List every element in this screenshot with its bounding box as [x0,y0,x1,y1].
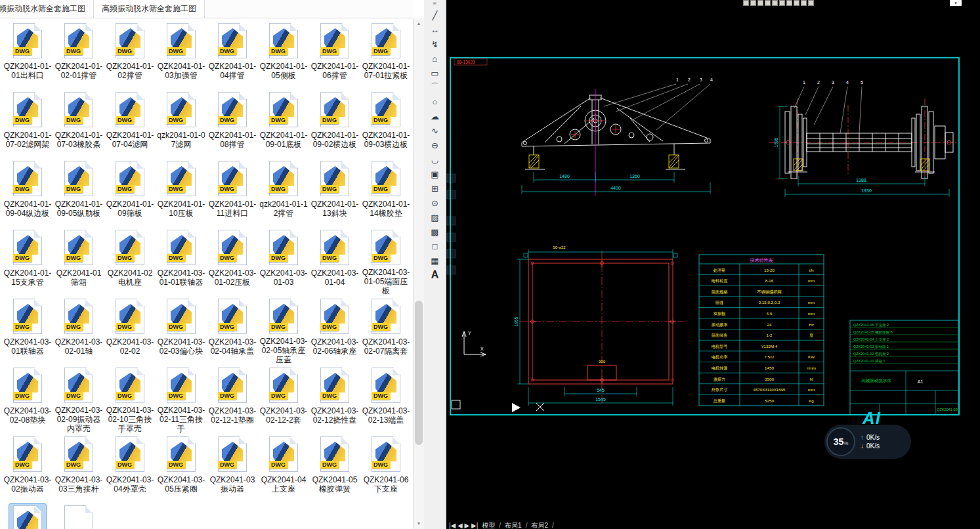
tool-create-block[interactable]: ⊞ [426,181,444,196]
tool-ellipse-arc[interactable]: ◡ [426,152,444,167]
tool-revcloud[interactable]: ☁ [426,109,444,123]
file-item[interactable]: DWG QZK2041-01-09筛板 [104,158,156,226]
file-item[interactable]: DWG QZK2041-03-01-02压板 [207,226,258,295]
mini-toolbar-button[interactable] [765,0,771,6]
file-item[interactable]: DWG QZK2041-01-09-01底板 [258,89,309,158]
file-item[interactable]: DWG QZK2041-03-02-01轴 [53,295,104,364]
mini-toolbar-button[interactable] [772,0,778,6]
progress-ball[interactable]: 35 % [826,427,855,456]
tab-model[interactable]: 模型 [482,522,495,529]
file-item[interactable]: DWG QZK2041-03-02-07隔离套 [360,295,412,364]
file-item[interactable]: DWG QZK2041-01-08撑管 [207,89,258,158]
file-item[interactable]: DWG QZK2041-03-05压紧圈 [156,433,207,502]
file-item[interactable]: DWG QZK2041-03-01-01联轴器 [156,226,207,295]
file-item[interactable]: DWG [53,502,104,529]
tool-gradient[interactable]: ▩ [426,224,444,239]
mini-toolbar-button[interactable] [786,0,792,6]
file-item[interactable]: DWG QZK2041-04上支座 [258,433,309,502]
file-item[interactable]: DWG [2,502,53,529]
vertical-scrollbar[interactable]: ▲ ▼ [413,18,424,529]
tool-arc[interactable]: ⌒ [426,80,444,95]
file-item[interactable]: DWG QZK2041-03-02-09振动器内罩壳 [53,364,104,433]
tool-ellipse[interactable]: ⊖ [426,138,444,152]
file-item[interactable]: DWG QZK2041-01-11进料口 [207,158,258,226]
file-item[interactable]: DWG QZK2041-01-14橡胶垫 [360,158,412,226]
file-item[interactable]: DWG QZK2041-01-07-01拉紧板 [360,20,412,89]
download-speed-widget[interactable]: 35 % ↑0K/s ↓0K/s [824,425,911,459]
file-item[interactable]: DWG QZK2041-03振动器 [207,433,258,502]
file-item[interactable]: DWG QZK2041-01-02-01撑管 [53,20,104,89]
file-item[interactable]: DWG QZK2041-03-02振动器 [2,433,53,502]
file-tab-1[interactable]: 频振动脱水筛全套施工图 [0,0,94,18]
file-item[interactable]: DWG QZK2041-01-13斜块 [309,158,360,226]
file-item[interactable]: DWG QZK2041-01-01出料口 [2,20,53,89]
file-item[interactable]: DWG QZK2041-01-02撑管 [104,20,156,89]
tool-line[interactable]: ╱ [426,8,444,22]
file-item[interactable]: DWG QZK2041-03-01-04 [309,226,360,295]
mini-toolbar-button[interactable] [779,0,785,6]
tool-circle[interactable]: ○ [426,95,444,109]
scroll-up-button[interactable]: ▲ [414,18,424,29]
file-item[interactable]: DWG QZK2041-01-07-03橡胶条 [53,89,104,158]
file-item[interactable]: DWG QZK2041-01-05侧板 [258,20,309,89]
tool-spline[interactable]: ∿ [426,123,444,138]
file-item[interactable]: DWG QZK2041-01-06撑管 [309,20,360,89]
mini-dropdown[interactable]: ▾ [950,0,962,6]
file-item[interactable]: DWG QZK2041-01-03加强管 [156,20,207,89]
tool-hatch[interactable]: ▨ [426,210,444,224]
file-item[interactable]: DWG QZK2041-03-03三角接杆 [53,433,104,502]
tool-construction-line[interactable]: ↔ [426,22,444,37]
file-item[interactable]: DWG QZK2041-06下支座 [360,433,412,502]
file-item[interactable]: DWG qzk2041-01-07滤网 [156,89,207,158]
mini-toolbar-button[interactable] [743,0,749,6]
file-item[interactable]: DWG QZK2041-03-02-03偏心块 [156,295,207,364]
file-item[interactable]: DWG QZK2041-01-09-04纵边板 [2,158,53,226]
file-tab-2[interactable]: 高频振动脱水筛全套施工图 [94,0,205,18]
file-item[interactable]: DWG QZK2041-03-02-12-1垫圈 [207,364,258,433]
file-item[interactable]: DWG QZK2041-02电机座 [104,226,156,295]
file-item[interactable]: DWG QZK2041-03-02-04轴承盖 [207,295,258,364]
mini-toolbar-button[interactable] [750,0,756,6]
file-item[interactable]: DWG qzk2041-01-12撑管 [258,158,309,226]
tool-rectangle[interactable]: ▭ [426,66,444,80]
file-item[interactable]: DWG QZK2041-03-01联轴器 [2,295,53,364]
mini-toolbar-button[interactable] [757,0,763,6]
file-item[interactable]: DWG QZK2041-01-09-03横边板 [360,89,412,158]
tool-table[interactable]: ▦ [426,253,444,268]
file-item[interactable]: DWG QZK2041-03-01-03 [258,226,309,295]
tool-polyline[interactable]: ↯ [426,37,444,51]
tool-region[interactable]: □ [426,239,444,253]
file-item[interactable]: DWG QZK2041-01筛箱 [53,226,104,295]
file-item[interactable]: DWG QZK2041-03-02-06轴承座 [309,295,360,364]
sheet-nav-arrows[interactable]: |◀ ◀ ▶ ▶| [449,522,478,529]
file-item[interactable]: DWG QZK2041-01-09-05纵肋板 [53,158,104,226]
toolbar-grip[interactable]: ≡ [424,0,446,8]
mini-toolbar-button[interactable] [794,0,799,6]
scroll-thumb[interactable] [415,301,423,445]
tool-point[interactable]: ⊙ [426,196,444,210]
file-item[interactable]: DWG QZK2041-01-09-02横边板 [309,89,360,158]
file-item[interactable]: DWG QZK2041-03-02-12挠性盘 [309,364,360,433]
file-item[interactable]: DWG QZK2041-01-07-02滤网架 [2,89,53,158]
file-item[interactable]: DWG QZK2041-03-02-11三角接手 [156,364,207,433]
file-item[interactable]: DWG QZK2041-03-02-02 [104,295,156,364]
file-item[interactable]: DWG QZK2041-03-02-05轴承座压盖 [258,295,309,364]
file-item[interactable]: DWG QZK2041-01-07-04滤网 [104,89,156,158]
file-item[interactable]: DWG QZK2041-01-04撑管 [207,20,258,89]
scroll-down-button[interactable]: ▼ [414,518,424,529]
file-item[interactable]: DWG QZK2041-03-02-13端盖 [360,364,412,433]
file-item[interactable]: DWG QZK2041-01-10压板 [156,158,207,226]
mini-toolbar-button[interactable] [808,0,814,6]
file-item[interactable]: DWG QZK2041-03-02-08垫块 [2,364,53,433]
tool-insert-block[interactable]: ▣ [426,167,444,181]
file-item[interactable]: DWG QZK2041-03-01-05端面压板 [360,226,412,295]
mini-toolbar-button[interactable] [801,0,807,6]
tool-polygon[interactable]: ⌂ [426,51,444,66]
tool-mtext[interactable]: A [426,268,444,282]
file-item[interactable]: DWG QZK2041-03-02-10三角接手罩壳 [104,364,156,433]
tab-layout1[interactable]: 布局1 [505,522,522,529]
tab-layout2[interactable]: 布局2 [531,522,548,529]
file-item[interactable]: DWG QZK2041-05橡胶弹簧 [309,433,360,502]
file-item[interactable]: DWG QZK2041-01-15支承管 [2,226,53,295]
file-item[interactable]: DWG QZK2041-03-04外罩壳 [104,433,156,502]
